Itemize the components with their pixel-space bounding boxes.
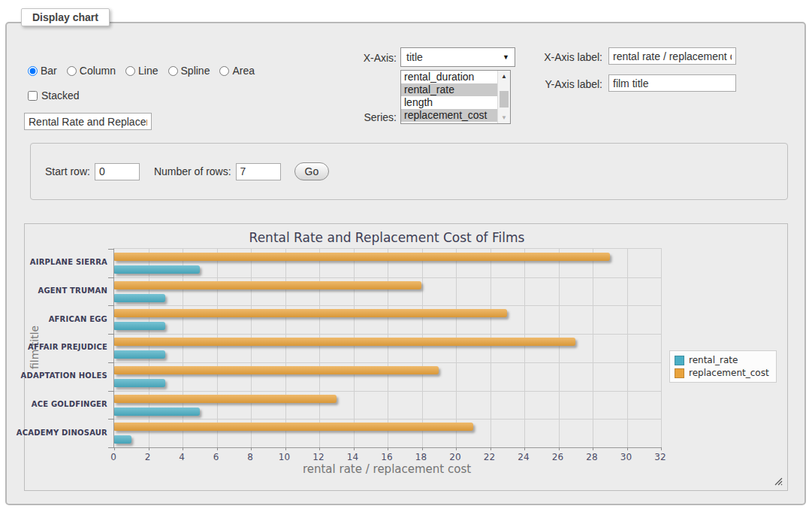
chart-type-group: BarColumnLineSplineArea bbox=[28, 65, 255, 77]
x-axis-label-field-label: X-Axis label: bbox=[524, 51, 602, 63]
x-tick-label: 18 bbox=[415, 452, 427, 462]
radio-label-line: Line bbox=[138, 65, 158, 77]
y-axis-tick bbox=[108, 334, 114, 335]
x-tick-label: 2 bbox=[145, 452, 151, 462]
chart-type-spline[interactable]: Spline bbox=[168, 65, 210, 77]
gridline-v bbox=[559, 249, 560, 447]
radio-area[interactable] bbox=[219, 66, 229, 76]
gridline-v bbox=[456, 249, 457, 447]
x-axis-select-value: title bbox=[406, 51, 423, 63]
stacked-label: Stacked bbox=[41, 89, 80, 101]
x-axis-tick bbox=[422, 447, 423, 450]
y-axis-label-field-label: Y-Axis label: bbox=[524, 78, 602, 90]
stacked-checkbox[interactable] bbox=[28, 91, 38, 101]
chart-type-area[interactable]: Area bbox=[219, 65, 255, 77]
x-axis-tick bbox=[285, 447, 286, 450]
gridline-h bbox=[114, 391, 661, 392]
legend-swatch-replacement_cost bbox=[675, 368, 684, 378]
gridline-v bbox=[627, 249, 628, 447]
gridline-h bbox=[114, 419, 661, 420]
resize-handle-icon[interactable] bbox=[774, 477, 783, 486]
x-axis-tick bbox=[354, 447, 355, 450]
gridline-v bbox=[217, 249, 218, 447]
panel-legend: Display chart bbox=[21, 8, 110, 26]
category-label: AGENT TRUMAN bbox=[25, 277, 107, 305]
x-tick-label: 0 bbox=[110, 452, 116, 462]
chart-legend: rental_ratereplacement_cost bbox=[669, 350, 777, 383]
x-tick-label: 20 bbox=[449, 452, 460, 462]
chart-container: Rental Rate and Replacement Cost of Film… bbox=[24, 223, 788, 491]
bar-replacement_cost bbox=[114, 395, 337, 403]
x-axis-label-input[interactable] bbox=[608, 47, 736, 65]
radio-label-bar: Bar bbox=[41, 65, 57, 77]
legend-swatch-rental_rate bbox=[675, 356, 684, 365]
y-axis-tick bbox=[108, 277, 114, 278]
start-row-input[interactable] bbox=[95, 163, 140, 180]
gridline-v bbox=[524, 249, 525, 447]
bar-rental_rate bbox=[114, 350, 165, 359]
x-tick-label: 4 bbox=[179, 452, 185, 462]
gridline-v bbox=[319, 249, 320, 447]
x-tick-label: 32 bbox=[654, 452, 666, 462]
legend-item-rental_rate[interactable]: rental_rate bbox=[675, 355, 769, 365]
gridline-v bbox=[593, 249, 593, 447]
bar-rental_rate bbox=[114, 435, 131, 444]
listbox-scrollbar[interactable]: ▲ ▼ bbox=[497, 71, 510, 123]
chart-title: Rental Rate and Replacement Cost of Film… bbox=[113, 230, 660, 245]
series-option-rental_duration[interactable]: rental_duration bbox=[401, 71, 510, 83]
gridline-v bbox=[491, 249, 491, 447]
y-axis-label-input[interactable] bbox=[608, 74, 736, 92]
radio-column[interactable] bbox=[67, 66, 77, 76]
x-tick-label: 8 bbox=[247, 452, 253, 462]
category-label: ACE GOLDFINGER bbox=[25, 390, 107, 419]
scrollbar-thumb[interactable] bbox=[500, 91, 509, 108]
radio-label-column: Column bbox=[80, 65, 116, 77]
y-axis-tick bbox=[108, 391, 114, 392]
category-label: ADAPTATION HOLES bbox=[25, 362, 107, 390]
x-axis-tick bbox=[661, 447, 662, 450]
x-axis-label: X-Axis: bbox=[324, 52, 397, 64]
stacked-option[interactable]: Stacked bbox=[28, 89, 80, 101]
x-axis-tick bbox=[524, 447, 525, 450]
bar-rental_rate bbox=[114, 407, 200, 416]
series-label: Series: bbox=[324, 111, 397, 123]
x-axis-tick bbox=[319, 447, 320, 450]
bar-replacement_cost bbox=[114, 423, 473, 431]
go-button[interactable]: Go bbox=[294, 162, 330, 180]
legend-item-replacement_cost[interactable]: replacement_cost bbox=[675, 368, 769, 378]
y-axis-tick bbox=[108, 419, 114, 420]
num-rows-input[interactable] bbox=[236, 163, 281, 180]
gridline-v bbox=[183, 249, 183, 447]
chart-type-line[interactable]: Line bbox=[125, 65, 158, 77]
radio-spline[interactable] bbox=[168, 66, 178, 76]
series-option-rental_rate[interactable]: rental_rate bbox=[401, 83, 510, 96]
chart-title-input[interactable] bbox=[24, 113, 152, 130]
series-option-length[interactable]: length bbox=[401, 96, 510, 109]
scroll-down-icon[interactable]: ▼ bbox=[498, 112, 510, 123]
bar-replacement_cost bbox=[114, 366, 439, 374]
scroll-up-icon[interactable]: ▲ bbox=[498, 71, 510, 82]
series-option-replacement_cost[interactable]: replacement_cost bbox=[401, 109, 510, 122]
bar-replacement_cost bbox=[114, 253, 610, 261]
plot-area bbox=[113, 248, 662, 448]
x-tick-label: 10 bbox=[279, 452, 290, 462]
x-axis-tick bbox=[593, 447, 593, 450]
gridline-v bbox=[354, 249, 355, 447]
series-listbox[interactable]: rental_durationrental_ratelengthreplacem… bbox=[400, 70, 511, 124]
bar-replacement_cost bbox=[114, 338, 575, 346]
radio-bar[interactable] bbox=[28, 66, 38, 76]
chart-type-bar[interactable]: Bar bbox=[28, 65, 57, 77]
radio-line[interactable] bbox=[125, 66, 135, 76]
bar-replacement_cost bbox=[114, 309, 507, 317]
chevron-down-icon: ▼ bbox=[503, 48, 509, 66]
y-axis-tick bbox=[108, 305, 114, 306]
gridline-v bbox=[422, 249, 423, 447]
x-axis-select[interactable]: title ▼ bbox=[400, 47, 515, 67]
bar-rental_rate bbox=[114, 379, 165, 387]
x-axis-tick bbox=[388, 447, 388, 450]
y-axis-tick bbox=[108, 249, 114, 250]
x-axis-tick bbox=[456, 447, 457, 450]
bar-rental_rate bbox=[114, 322, 165, 330]
chart-type-column[interactable]: Column bbox=[67, 65, 116, 77]
page: Display chart BarColumnLineSplineArea St… bbox=[0, 0, 812, 512]
